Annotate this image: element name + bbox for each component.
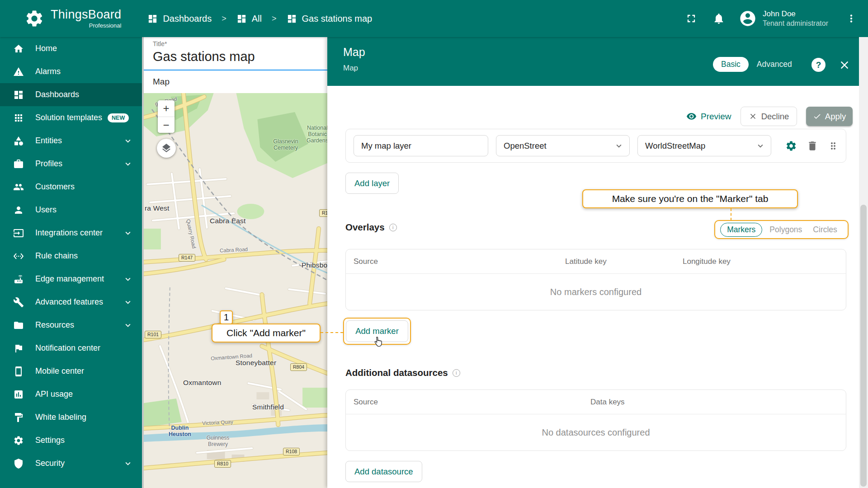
- preview-button[interactable]: Preview: [686, 107, 731, 126]
- close-button[interactable]: [838, 59, 851, 71]
- zoom-in-button[interactable]: +: [158, 100, 175, 117]
- sidebar-item-notification-center[interactable]: Notification center: [0, 337, 142, 360]
- datasources-section-title: Additional datasources: [345, 367, 460, 378]
- tab-basic[interactable]: Basic: [713, 57, 749, 72]
- sidebar-item-label: Settings: [35, 436, 65, 445]
- sidebar-item-entities[interactable]: Entities: [0, 129, 142, 152]
- breadcrumb-dashboards[interactable]: Dashboards: [147, 14, 212, 24]
- breadcrumb-current[interactable]: Gas stations map: [287, 14, 373, 24]
- chevron-down-icon: [755, 141, 765, 151]
- dashboards-icon: [13, 89, 24, 100]
- scrollbar-track[interactable]: [859, 37, 868, 488]
- road-ref-badge: R810: [214, 460, 231, 468]
- layers-icon: [161, 143, 172, 154]
- check-icon: [813, 112, 821, 121]
- map-layers-button[interactable]: [157, 139, 176, 158]
- fullscreen-button[interactable]: [685, 12, 698, 25]
- tab-markers[interactable]: Markers: [720, 223, 762, 237]
- map-label: ra West: [145, 204, 170, 212]
- layer-provider-select[interactable]: OpenStreet: [496, 135, 630, 156]
- zoom-out-button[interactable]: −: [158, 117, 175, 133]
- title-field-label: Title*: [153, 40, 167, 47]
- sidebar-item-api-usage[interactable]: API usage: [0, 383, 142, 406]
- layer-delete-button[interactable]: [807, 140, 818, 152]
- column-longitude-key: Longitude key: [683, 249, 731, 274]
- sidebar-item-alarms[interactable]: Alarms: [0, 60, 142, 83]
- tab-advanced[interactable]: Advanced: [749, 57, 800, 72]
- apps-icon: [13, 113, 24, 123]
- layer-drag-handle[interactable]: [828, 141, 839, 151]
- chevron-down-icon: [123, 228, 133, 238]
- breadcrumb-label: Gas stations map: [302, 14, 373, 24]
- sidebar-item-label: Notification center: [35, 343, 100, 353]
- sidebar-item-label: Solution templates: [35, 113, 102, 122]
- annotation-step-number: 1: [220, 310, 233, 324]
- map-widget[interactable]: gan Road Glasnevin Cemetery National Bot…: [144, 93, 327, 488]
- sidebar-item-label: Alarms: [35, 67, 61, 76]
- map-label: National Botanic Gardens: [300, 125, 327, 144]
- layer-settings-button[interactable]: [785, 140, 797, 152]
- markers-table-header: Source Latitude key Longitude key: [346, 249, 846, 274]
- sidebar-item-advanced-features[interactable]: Advanced features: [0, 291, 142, 314]
- sidebar-item-edge-management[interactable]: Edge management: [0, 267, 142, 291]
- layer-type-select[interactable]: WorldStreetMap: [637, 135, 771, 156]
- tab-polygons[interactable]: Polygons: [764, 223, 807, 236]
- scrollbar-thumb[interactable]: [860, 205, 867, 487]
- sidebar-item-white-labeling[interactable]: White labeling: [0, 406, 142, 429]
- sidebar-item-mobile-center[interactable]: Mobile center: [0, 360, 142, 383]
- sidebar-item-label: Resources: [35, 320, 74, 330]
- decline-label: Decline: [761, 112, 789, 122]
- sidebar-item-settings[interactable]: Settings: [0, 429, 142, 452]
- sidebar-item-dashboards[interactable]: Dashboards: [0, 83, 142, 106]
- sidebar-item-profiles[interactable]: Profiles: [0, 152, 142, 175]
- sidebar-item-label: White labeling: [35, 413, 86, 422]
- sidebar-item-security[interactable]: Security: [0, 452, 142, 475]
- datasources-title-text: Additional datasources: [345, 367, 448, 378]
- chevron-down-icon: [123, 459, 133, 469]
- user-info: John Doe Tenant administrator: [763, 9, 828, 28]
- logo-edition: Professional: [89, 22, 122, 29]
- widget-title-field[interactable]: Title* Gas stations map: [144, 37, 327, 70]
- sidebar-item-label: Rule chains: [35, 251, 78, 261]
- layer-name-input[interactable]: My map layer: [354, 135, 488, 156]
- sidebar-item-label: Profiles: [35, 159, 62, 169]
- logo-title: ThingsBoard: [51, 8, 121, 22]
- apply-button[interactable]: Apply: [806, 107, 853, 126]
- sidebar-item-label: Mobile center: [35, 366, 84, 376]
- tab-circles[interactable]: Circles: [807, 223, 842, 236]
- map-label-station: Dublin Heuston: [166, 425, 193, 437]
- widget-config-panel: Map Map Basic Advanced ? Preview Decline: [327, 37, 859, 488]
- sidebar-item-users[interactable]: Users: [0, 198, 142, 221]
- decline-button[interactable]: Decline: [741, 107, 797, 126]
- sidebar-item-resources[interactable]: Resources: [0, 314, 142, 337]
- briefcase-icon: [13, 159, 24, 169]
- sidebar-item-solution-templates[interactable]: Solution templates NEW: [0, 106, 142, 129]
- breadcrumb-all[interactable]: All: [236, 14, 262, 24]
- breadcrumb-label: Dashboards: [163, 14, 212, 24]
- sidebar-item-label: Customers: [35, 182, 75, 192]
- notifications-button[interactable]: [712, 12, 725, 25]
- sidebar-item-customers[interactable]: Customers: [0, 175, 142, 198]
- sidebar-item-rule-chains[interactable]: Rule chains: [0, 244, 142, 267]
- eye-icon: [686, 111, 697, 122]
- title-field-value[interactable]: Gas stations map: [153, 49, 255, 64]
- chevron-down-icon: [123, 274, 133, 284]
- markers-empty-state: No markers configured: [346, 274, 846, 310]
- add-datasource-button[interactable]: Add datasource: [345, 461, 422, 482]
- user-name: John Doe: [763, 9, 828, 19]
- close-icon: [838, 59, 851, 71]
- user-avatar[interactable]: [739, 9, 757, 28]
- sidebar-item-home[interactable]: Home: [0, 37, 142, 60]
- map-label: Oxmantown: [183, 379, 222, 387]
- user-role: Tenant administrator: [763, 19, 828, 28]
- mode-toggle: Basic Advanced: [713, 57, 800, 72]
- column-source: Source: [354, 390, 378, 414]
- add-layer-button[interactable]: Add layer: [345, 173, 399, 194]
- thingsboard-logo[interactable]: ThingsBoard Professional: [0, 8, 121, 29]
- preview-label: Preview: [701, 112, 731, 122]
- more-menu-button[interactable]: [845, 13, 857, 24]
- overlay-tabs-highlight: Markers Polygons Circles: [714, 220, 849, 239]
- sidebar-item-integrations-center[interactable]: Integrations center: [0, 221, 142, 244]
- sidebar-item-label: Security: [35, 459, 65, 468]
- help-button[interactable]: ?: [811, 58, 826, 72]
